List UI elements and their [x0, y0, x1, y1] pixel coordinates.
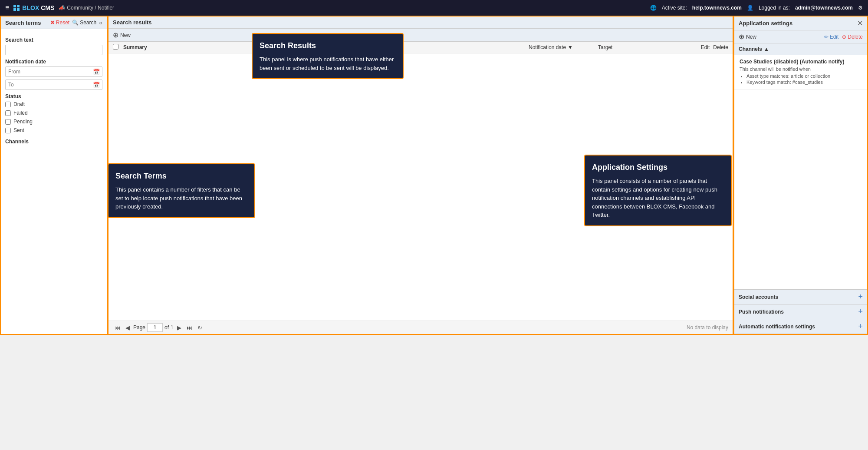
search-text-label: Search text — [5, 37, 102, 43]
status-section: Status Draft Failed Pending Sent — [5, 93, 102, 133]
failed-checkbox[interactable] — [5, 110, 11, 116]
channel-bullet-0: Asset type matches: article or collectio… — [746, 73, 862, 79]
logo: BLOX CMS — [13, 4, 54, 11]
hamburger-menu[interactable]: ≡ — [5, 4, 9, 12]
new-channel-button[interactable]: ⊕ New — [739, 33, 756, 41]
search-terms-title: Search terms — [5, 20, 41, 26]
topbar: ≡ BLOX CMS 📣 Community / Notifier 🌐 Acti… — [0, 0, 868, 16]
search-text-input[interactable] — [5, 45, 102, 55]
app-settings-body: ⊕ New ✏ Edit ⊖ Delete Cha — [734, 30, 867, 334]
reset-icon: ✖ — [50, 20, 55, 26]
notification-date-label: Notification date — [5, 59, 102, 65]
to-calendar-icon[interactable]: 📅 — [93, 82, 100, 88]
close-app-settings-button[interactable]: ✕ — [857, 19, 863, 27]
page-label: Page — [133, 324, 145, 331]
select-all-checkbox[interactable] — [113, 44, 118, 50]
app-settings-header: Application settings ✕ — [734, 17, 867, 30]
date-col-header[interactable]: Notification date ▼ — [529, 44, 598, 50]
tooltip-search-terms-title: Search Terms — [115, 170, 247, 182]
from-calendar-icon[interactable]: 📅 — [93, 69, 100, 75]
search-results-title: Search results — [113, 19, 152, 26]
logo-grid-icon — [13, 5, 20, 11]
draft-label: Draft — [13, 101, 25, 107]
auto-notification-add-button[interactable]: + — [858, 322, 863, 331]
channels-title: Channels ▲ — [739, 46, 769, 52]
active-site-url: help.townnews.com — [692, 5, 742, 11]
topbar-left: ≡ BLOX CMS 📣 Community / Notifier — [5, 4, 114, 12]
reset-label: Reset — [56, 20, 69, 26]
new-channel-label: New — [746, 34, 756, 40]
auto-notification-label: Automatic notification settings — [739, 324, 815, 330]
push-notifications-label: Push notifications — [739, 309, 784, 315]
channels-collapse-icon: ▲ — [764, 46, 769, 52]
delete-channel-button[interactable]: ⊖ Delete — [842, 34, 863, 40]
new-channel-plus-icon: ⊕ — [739, 33, 744, 41]
new-label: New — [120, 32, 131, 38]
status-sent: Sent — [5, 127, 102, 133]
search-button[interactable]: 🔍 Search — [72, 20, 96, 26]
channels-left-actions: ⊕ New — [739, 33, 756, 41]
target-col-header: Target — [598, 44, 667, 50]
status-draft: Draft — [5, 101, 102, 107]
tooltip-search-results-title: Search Results — [260, 40, 396, 52]
new-notification-button[interactable]: ⊕ New — [113, 31, 131, 39]
search-label: Search — [80, 20, 96, 26]
collapse-search-terms-button[interactable]: « — [99, 19, 102, 26]
edit-col-label: Edit — [701, 44, 710, 50]
channels-collapse-row[interactable]: Channels ▲ — [734, 43, 867, 55]
social-accounts-add-button[interactable]: + — [858, 292, 863, 301]
settings-icon[interactable]: ⚙ — [858, 5, 863, 11]
main-content: Search terms ✖ Reset 🔍 Search « Search t… — [0, 16, 868, 335]
edit-channel-label: Edit — [830, 34, 839, 40]
next-page-button[interactable]: ▶ — [175, 324, 183, 332]
from-date-input[interactable] — [5, 66, 102, 77]
delete-channel-label: Delete — [848, 34, 863, 40]
channels-header-row: ⊕ New ✏ Edit ⊖ Delete — [734, 30, 867, 43]
reset-button[interactable]: ✖ Reset — [50, 20, 69, 26]
status-pending: Pending — [5, 119, 102, 125]
edit-pencil-icon: ✏ — [824, 34, 829, 40]
new-plus-icon: ⊕ — [113, 31, 118, 39]
active-site-label: Active site: — [662, 5, 687, 11]
to-date-wrapper: 📅 — [5, 79, 102, 90]
refresh-button[interactable]: ↻ — [196, 324, 204, 332]
push-notifications-row[interactable]: Push notifications + — [734, 304, 867, 319]
auto-notification-row[interactable]: Automatic notification settings + — [734, 319, 867, 334]
channels-label: Channels — [5, 139, 102, 145]
page-number-input[interactable] — [147, 323, 163, 332]
actions-col-header: Edit Delete — [667, 44, 728, 50]
failed-label: Failed — [13, 110, 28, 116]
push-notifications-add-button[interactable]: + — [858, 307, 863, 316]
social-accounts-row[interactable]: Social accounts + — [734, 289, 867, 304]
delete-circle-icon: ⊖ — [842, 34, 846, 40]
channels-right-actions: ✏ Edit ⊖ Delete — [824, 34, 863, 40]
channel-name-text: Case Studies — [740, 59, 772, 65]
sent-checkbox[interactable] — [5, 128, 11, 133]
channel-case-studies: Case Studies (disabled) (Automatic notif… — [734, 55, 867, 89]
search-terms-actions: ✖ Reset 🔍 Search « — [50, 19, 102, 26]
first-page-button[interactable]: ⏮ — [113, 324, 122, 332]
no-data-label: No data to display — [687, 324, 728, 331]
breadcrumb: 📣 Community / Notifier — [59, 5, 114, 11]
tooltip-app-settings-title: Application Settings — [592, 162, 724, 173]
search-terms-body: Search text Notification date 📅 📅 Status… — [1, 29, 107, 334]
logo-cms: CMS — [41, 4, 54, 11]
prev-page-button[interactable]: ◀ — [124, 324, 132, 332]
logged-in-email: admin@townnews.com — [795, 5, 853, 11]
last-page-button[interactable]: ⏭ — [185, 324, 194, 332]
channel-bullet-1: Keyword tags match: #case_studies — [746, 79, 862, 85]
to-date-input[interactable] — [5, 79, 102, 90]
search-terms-header: Search terms ✖ Reset 🔍 Search « — [1, 17, 107, 29]
edit-channel-button[interactable]: ✏ Edit — [824, 34, 839, 40]
search-icon: 🔍 — [72, 20, 79, 26]
breadcrumb-text: Community / Notifier — [67, 5, 114, 11]
pagination: ⏮ ◀ Page of 1 ▶ ⏭ ↻ — [113, 323, 204, 332]
results-table-header: Summary Notification date ▼ Target Edit … — [108, 42, 733, 53]
sent-label: Sent — [13, 127, 24, 133]
draft-checkbox[interactable] — [5, 102, 11, 107]
channels-section: Channels — [5, 139, 102, 145]
logo-blox: BLOX — [22, 4, 39, 11]
topbar-right: 🌐 Active site: help.townnews.com 👤 Logge… — [650, 5, 863, 11]
pending-checkbox[interactable] — [5, 119, 11, 125]
status-failed: Failed — [5, 110, 102, 116]
